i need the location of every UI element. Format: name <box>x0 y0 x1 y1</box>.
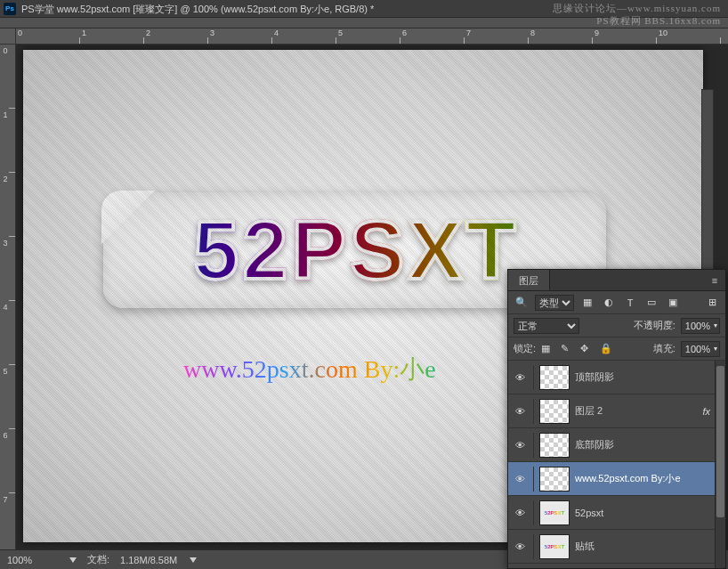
panel-tab-row: 图层 ≡ <box>508 270 725 291</box>
tab-layers[interactable]: 图层 <box>508 270 550 290</box>
layers-panel: 图层 ≡ 🔍 类型 ▦ ◐ T ▭ ▣ ⊞ 正常 不透明度: 100%▾ 锁定:… <box>507 269 726 569</box>
layer-name[interactable]: 贴纸 <box>575 540 722 553</box>
layer-row[interactable]: 👁底部阴影 <box>508 428 725 462</box>
opacity-value[interactable]: 100%▾ <box>681 318 720 334</box>
ps-app-icon: Ps <box>4 3 16 15</box>
blend-mode-select[interactable]: 正常 <box>514 318 579 334</box>
forum-watermark-1: 思缘设计论坛—www.missyuan.com <box>553 2 721 15</box>
separator <box>533 467 534 492</box>
doc-size-label: 文档: <box>87 553 109 566</box>
layer-row[interactable]: 👁52PSXT贴纸 <box>508 530 725 564</box>
filter-adjustment-icon[interactable]: ◐ <box>601 295 617 311</box>
lock-label: 锁定: <box>514 342 536 355</box>
layer-thumbnail[interactable] <box>539 365 570 390</box>
forum-watermark-2: PS教程网 BBS.16xx8.com <box>596 14 721 28</box>
horizontal-ruler[interactable]: 012345678910 <box>16 28 728 45</box>
visibility-toggle-icon[interactable]: 👁 <box>512 406 528 417</box>
separator <box>533 433 534 458</box>
separator <box>533 534 534 559</box>
layer-thumbnail[interactable] <box>539 467 570 492</box>
layer-thumbnail[interactable]: 52PSXT <box>539 500 570 525</box>
separator <box>533 399 534 424</box>
fx-badge[interactable]: fx <box>702 406 712 417</box>
doc-size-value: 1.18M/8.58M <box>120 555 177 565</box>
lock-pixels-icon[interactable]: ✎ <box>561 343 575 354</box>
filter-type-icon[interactable]: T <box>622 295 638 311</box>
visibility-toggle-icon[interactable]: 👁 <box>512 440 528 451</box>
blend-opacity-row: 正常 不透明度: 100%▾ <box>508 314 725 337</box>
layer-thumbnail[interactable]: 52PSXT <box>539 534 570 559</box>
signature-text: www.52psxt.com By:小e <box>183 353 436 386</box>
layer-row[interactable]: 👁图层 2fx▾ <box>508 394 725 428</box>
lock-position-icon[interactable]: ✥ <box>580 343 595 354</box>
filter-pixel-icon[interactable]: ▦ <box>579 295 595 311</box>
layer-row[interactable]: 👁顶部阴影 <box>508 361 725 394</box>
lock-fill-row: 锁定: ▦ ✎ ✥ 🔒 填充: 100%▾ <box>508 337 725 361</box>
separator <box>533 500 534 525</box>
filter-type-select[interactable]: 类型 <box>535 295 574 311</box>
layer-filter-row: 🔍 类型 ▦ ◐ T ▭ ▣ ⊞ <box>508 291 725 314</box>
filter-smart-icon[interactable]: ▣ <box>665 295 681 311</box>
layer-name[interactable]: 图层 2 <box>575 404 697 418</box>
filter-shape-icon[interactable]: ▭ <box>643 295 659 311</box>
filter-toggle-switch[interactable]: ⊞ <box>704 295 720 311</box>
fill-label: 填充: <box>653 342 675 355</box>
search-icon[interactable]: 🔍 <box>514 295 530 311</box>
layer-name[interactable]: 52psxt <box>575 508 722 518</box>
layer-name[interactable]: 顶部阴影 <box>575 370 722 384</box>
page-curl-effect <box>101 191 190 280</box>
layer-row[interactable]: 👁www.52psxt.com By:小e <box>508 462 725 496</box>
panel-flyout-menu-icon[interactable]: ≡ <box>704 275 725 286</box>
layers-list[interactable]: 👁顶部阴影👁图层 2fx▾👁底部阴影👁www.52psxt.com By:小e👁… <box>508 361 725 568</box>
separator <box>533 365 534 390</box>
layer-name[interactable]: www.52psxt.com By:小e <box>575 472 722 485</box>
layer-row[interactable]: 👁52PSXT52psxt <box>508 496 725 530</box>
visibility-toggle-icon[interactable]: 👁 <box>512 541 528 552</box>
layer-name[interactable]: 底部阴影 <box>575 438 722 451</box>
document-title: PS学堂 www.52psxt.com [璀璨文字] @ 100% (www.5… <box>21 0 374 18</box>
lock-all-icon[interactable]: 🔒 <box>600 343 614 354</box>
ruler-origin[interactable] <box>0 28 16 45</box>
lock-transparent-icon[interactable]: ▦ <box>541 343 555 354</box>
layer-thumbnail[interactable] <box>539 433 570 458</box>
fill-value[interactable]: 100%▾ <box>681 341 720 357</box>
panel-vertical-scrollbar[interactable] <box>715 361 725 568</box>
opacity-label: 不透明度: <box>634 319 675 332</box>
visibility-toggle-icon[interactable]: 👁 <box>512 372 528 383</box>
zoom-level[interactable]: 100% <box>7 555 57 565</box>
visibility-toggle-icon[interactable]: 👁 <box>512 474 528 484</box>
zoom-dropdown-icon[interactable] <box>69 557 77 563</box>
vertical-ruler[interactable]: 012345678 <box>0 45 16 549</box>
scrollbar-thumb[interactable] <box>716 366 724 517</box>
visibility-toggle-icon[interactable]: 👁 <box>512 508 528 518</box>
layer-thumbnail[interactable] <box>539 399 570 424</box>
status-menu-icon[interactable] <box>190 557 197 563</box>
